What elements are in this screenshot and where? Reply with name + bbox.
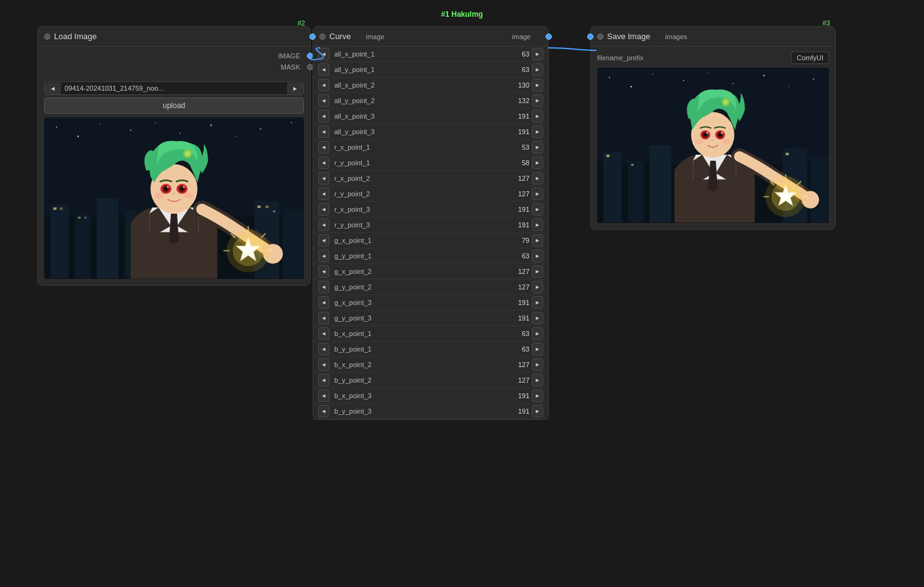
curve-param-row-g_x_point_3: ◄ g_x_point_3 191 ► [313,295,548,311]
prefix-value[interactable]: ComfyUI [791,52,829,64]
param-all_y_point_1-label: all_y_point_1 [329,66,511,73]
curve-param-row-r_x_point_1: ◄ r_x_point_1 53 ► [313,140,548,155]
param-r_x_point_1-value: 53 [511,143,529,151]
param-b_y_point_3-increment[interactable]: ► [532,405,543,417]
curve-params-container: ◄ all_x_point_1 63 ► ◄ all_y_point_1 63 … [313,47,548,419]
param-r_x_point_3-value: 191 [511,206,529,213]
svg-point-54 [708,73,709,74]
param-b_y_point_2-decrement[interactable]: ◄ [318,374,329,386]
param-all_y_point_2-decrement[interactable]: ◄ [318,94,329,107]
param-all_x_point_2-increment[interactable]: ► [532,79,543,91]
save-images-input-dot[interactable] [587,34,593,40]
node-load-badge: #2 [298,19,305,27]
param-g_x_point_2-decrement[interactable]: ◄ [318,265,329,278]
param-r_x_point_1-decrement[interactable]: ◄ [318,141,329,153]
svg-rect-24 [273,211,275,212]
param-all_x_point_3-value: 191 [511,112,529,120]
load-image-ports: IMAGE MASK [38,47,310,76]
param-g_y_point_1-value: 63 [511,252,529,260]
param-g_x_point_1-value: 79 [511,237,529,244]
svg-point-79 [721,132,723,134]
param-all_x_point_1-increment[interactable]: ► [532,48,543,60]
param-r_y_point_2-increment[interactable]: ► [532,188,543,200]
param-r_x_point_2-label: r_x_point_2 [329,175,511,182]
svg-point-55 [733,83,734,84]
param-all_y_point_1-increment[interactable]: ► [532,63,543,76]
param-g_y_point_3-value: 191 [511,314,529,322]
param-b_x_point_3-increment[interactable]: ► [532,389,543,402]
param-g_x_point_1-decrement[interactable]: ◄ [318,234,329,247]
curve-image-output-dot[interactable] [546,34,552,40]
param-g_y_point_2-increment[interactable]: ► [532,281,543,293]
param-all_x_point_3-decrement[interactable]: ◄ [318,110,329,122]
param-b_x_point_2-increment[interactable]: ► [532,358,543,371]
node-load-title-bar: Load Image [38,27,310,47]
param-r_x_point_3-increment[interactable]: ► [532,203,543,216]
param-g_y_point_2-decrement[interactable]: ◄ [318,281,329,293]
param-all_x_point_3-label: all_x_point_3 [329,112,511,120]
param-g_x_point_3-decrement[interactable]: ◄ [318,296,329,309]
param-g_x_point_2-increment[interactable]: ► [532,265,543,278]
svg-rect-13 [75,214,91,279]
save-input-label: images [665,33,687,40]
curve-image-input-dot[interactable] [309,34,316,40]
param-g_x_point_1-increment[interactable]: ► [532,234,543,247]
param-r_x_point_1-increment[interactable]: ► [532,141,543,153]
upload-button[interactable]: upload [44,98,304,114]
param-all_x_point_2-decrement[interactable]: ◄ [318,79,329,91]
param-g_y_point_1-decrement[interactable]: ◄ [318,250,329,262]
param-all_x_point_3-increment[interactable]: ► [532,110,543,122]
node-save-status-dot [597,34,603,40]
param-g_y_point_3-decrement[interactable]: ◄ [318,312,329,324]
svg-rect-14 [97,198,119,278]
svg-point-57 [789,86,790,88]
param-r_y_point_3-decrement[interactable]: ◄ [318,219,329,231]
curve-param-row-all_y_point_3: ◄ all_y_point_3 191 ► [313,124,548,140]
param-b_x_point_2-label: b_x_point_2 [329,361,511,368]
param-r_y_point_1-value: 58 [511,159,529,166]
curve-to-save-line [548,48,597,50]
param-r_y_point_1-increment[interactable]: ► [532,157,543,169]
param-all_y_point_3-increment[interactable]: ► [532,125,543,138]
svg-point-53 [683,80,684,81]
param-b_x_point_3-value: 191 [511,392,529,399]
param-all_y_point_1-decrement[interactable]: ◄ [318,63,329,76]
param-r_x_point_2-increment[interactable]: ► [532,172,543,184]
param-r_y_point_1-decrement[interactable]: ◄ [318,157,329,169]
param-r_y_point_3-label: r_y_point_3 [329,221,511,229]
param-r_y_point_3-increment[interactable]: ► [532,219,543,231]
param-b_x_point_1-decrement[interactable]: ◄ [318,327,329,340]
param-all_y_point_3-decrement[interactable]: ◄ [318,125,329,138]
param-b_x_point_3-label: b_x_point_3 [329,392,511,399]
svg-rect-17 [282,209,304,278]
param-all_x_point_1-decrement[interactable]: ◄ [318,48,329,60]
curve-param-row-r_x_point_3: ◄ r_x_point_3 191 ► [313,202,548,217]
svg-rect-20 [78,217,81,219]
svg-rect-23 [265,206,268,208]
curve-param-row-r_y_point_1: ◄ r_y_point_1 58 ► [313,155,548,171]
param-r_x_point_3-decrement[interactable]: ◄ [318,203,329,216]
param-b_x_point_2-decrement[interactable]: ◄ [318,358,329,371]
param-r_x_point_2-decrement[interactable]: ◄ [318,172,329,184]
param-b_y_point_3-decrement[interactable]: ◄ [318,405,329,417]
param-r_y_point_2-decrement[interactable]: ◄ [318,188,329,200]
param-g_y_point_1-increment[interactable]: ► [532,250,543,262]
param-b_x_point_3-decrement[interactable]: ◄ [318,389,329,402]
image-next-button[interactable]: ► [287,83,303,94]
param-b_x_point_2-value: 127 [511,361,529,368]
param-b_x_point_1-increment[interactable]: ► [532,327,543,340]
svg-point-4 [130,130,131,131]
image-prev-button[interactable]: ◄ [45,83,61,94]
svg-point-8 [236,136,237,137]
svg-point-37 [154,193,164,199]
param-all_x_point_1-value: 63 [511,50,529,58]
param-g_y_point_3-increment[interactable]: ► [532,312,543,324]
param-b_y_point_2-increment[interactable]: ► [532,374,543,386]
param-b_y_point_1-decrement[interactable]: ◄ [318,343,329,355]
param-all_y_point_2-label: all_y_point_2 [329,97,511,104]
node-curve-status-dot [319,34,326,40]
save-image-preview-container [597,68,829,223]
param-g_x_point_3-increment[interactable]: ► [532,296,543,309]
param-b_y_point_1-increment[interactable]: ► [532,343,543,355]
param-all_y_point_2-increment[interactable]: ► [532,94,543,107]
